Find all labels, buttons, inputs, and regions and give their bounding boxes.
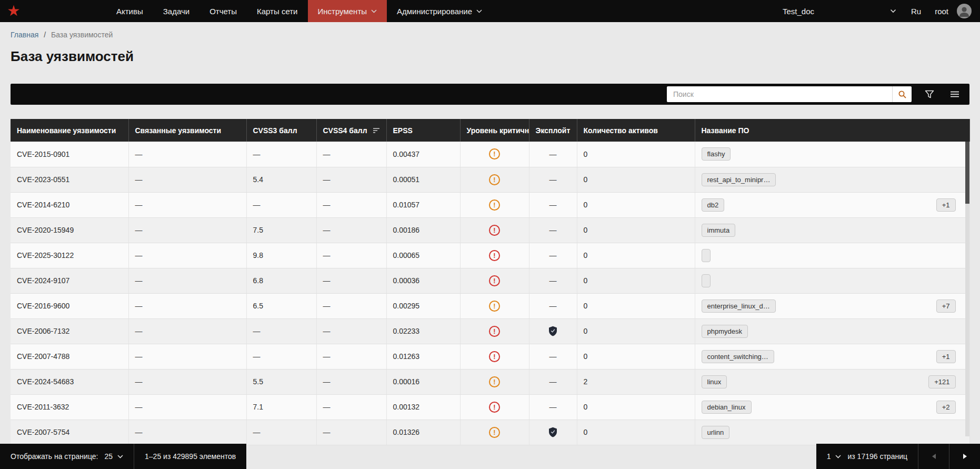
assets-count-cell: 0 [577,192,695,217]
assets-count-cell: 0 [577,394,695,420]
related-vulnerabilities-cell-value: — [135,428,143,436]
nav-item-label: Активы [116,7,143,16]
cvss3-cell: 7.1 [246,394,316,420]
software-cell: flashy [695,142,969,167]
search-icon [898,90,907,99]
vulnerability-name-cell: CVE-2020-15949 [11,217,128,243]
assets-count-cell: 0 [577,243,695,268]
search-button[interactable] [892,86,912,102]
table-row[interactable]: CVE-2016-9600—6.5—0.00295!—0enterprise_l… [11,293,969,318]
epss-cell: 0.00036 [386,268,460,293]
table-row[interactable]: CVE-2006-7132———0.02233!0phpmydesk [11,318,969,344]
epss-cell: 0.00295 [386,293,460,318]
more-software-chip[interactable]: +7 [936,300,956,313]
next-page-button[interactable] [949,444,980,469]
vertical-scrollbar[interactable] [965,142,969,436]
column-header[interactable]: Наименование уязвимости [11,119,128,142]
table-row[interactable]: CVE-2020-15949—7.5—0.00186!—0immuta [11,217,969,243]
related-vulnerabilities-cell-value: — [135,327,143,335]
exploit-empty: — [549,175,557,184]
column-header[interactable]: Эксплойт [529,119,577,142]
list-settings-button[interactable] [947,87,962,102]
software-chip-list: db2+1 [702,198,963,212]
breadcrumb-home-link[interactable]: Главная [11,31,38,39]
column-header[interactable]: CVSS3 балл [246,119,316,142]
table-row[interactable]: CVE-2011-3632—7.1—0.00132!—0debian_linux… [11,394,969,420]
user-avatar[interactable] [957,4,972,18]
cvss4-cell-value: — [323,175,331,184]
software-chip-list [702,249,963,262]
filter-button[interactable] [922,87,937,102]
nav-item-инструменты[interactable]: Инструменты [308,0,387,22]
criticality-cell: ! [460,192,529,217]
column-header-label: Количество активов [584,126,658,135]
software-chip-list: phpmydesk [702,325,963,338]
software-chip [702,274,711,287]
column-header-inner: CVSS3 балл [253,126,310,135]
nav-item-задачи[interactable]: Задачи [153,0,199,22]
column-header[interactable]: Связанные уязвимости [128,119,246,142]
column-header[interactable]: EPSS [386,119,460,142]
vulnerability-name-cell: CVE-2025-30122 [11,243,128,268]
table-row[interactable]: CVE-2025-30122—9.8—0.00065!—0 [11,243,969,268]
related-vulnerabilities-cell-value: — [135,352,143,361]
column-header[interactable]: Количество активов [577,119,695,142]
criticality-icon: ! [489,402,500,413]
more-software-chip[interactable]: +1 [936,350,956,363]
table-row[interactable]: CVE-2023-0551—5.4—0.00051!—0rest_api_to_… [11,167,969,192]
person-icon [957,4,972,18]
search-box [667,86,912,102]
assets-count-cell-value: 0 [584,276,588,285]
software-cell: content_switching…+1 [695,344,969,369]
epss-cell: 0.00065 [386,243,460,268]
assets-count-cell: 0 [577,167,695,192]
software-cell: immuta [695,217,969,243]
nav-item-администрирование[interactable]: Администрирование [387,0,492,22]
exploit-cell: — [529,142,577,167]
cvss3-cell-value: — [253,428,261,436]
table-row[interactable]: CVE-2024-9107—6.8—0.00036!—0 [11,268,969,293]
table-row[interactable]: CVE-2015-0901———0.00437!—0flashy [11,142,969,167]
exploit-cell: — [529,268,577,293]
table-row[interactable]: CVE-2007-4788———0.01263!—0content_switch… [11,344,969,369]
cvss4-cell: — [316,142,386,167]
more-software-chip[interactable]: +121 [928,375,955,388]
username[interactable]: root [935,7,948,16]
related-vulnerabilities-cell-value: — [135,226,143,234]
table-row[interactable]: CVE-2014-6210———0.01057!—0db2+1 [11,192,969,217]
app-logo[interactable] [0,0,27,22]
more-software-chip[interactable]: +1 [936,198,956,212]
epss-cell-value: 0.02233 [393,327,420,335]
pages-total-text: из 17196 страниц [847,452,907,461]
scrollbar-thumb[interactable] [965,142,969,204]
epss-cell: 0.01263 [386,344,460,369]
top-navigation-bar: АктивыЗадачиОтчетыКарты сетиИнструментыА… [0,0,980,22]
related-vulnerabilities-cell: — [128,318,246,344]
language-switch[interactable]: Ru [911,7,921,16]
project-selector[interactable]: Test_doc [783,7,896,16]
related-vulnerabilities-cell-value: — [135,175,143,184]
software-chip-list: enterprise_linux_d…+7 [702,300,963,313]
assets-count-cell: 0 [577,142,695,167]
more-software-chip[interactable]: +2 [936,401,956,414]
nav-item-отчеты[interactable]: Отчеты [199,0,247,22]
exploit-cell: — [529,394,577,420]
cvss3-cell: — [246,142,316,167]
software-chip [702,249,711,262]
per-page-select[interactable]: 25 [104,452,123,461]
column-header[interactable]: Уровень критичност [460,119,529,142]
nav-item-активы[interactable]: Активы [106,0,153,22]
related-vulnerabilities-cell: — [128,243,246,268]
page-select[interactable]: 1 [827,452,842,461]
search-input[interactable] [667,86,892,102]
assets-count-cell-value: 0 [584,150,588,158]
prev-page-button[interactable] [918,444,949,469]
table-row[interactable]: CVE-2024-54683—5.5—0.00016!—2linux+121 [11,369,969,394]
chevron-down-icon [835,455,841,458]
criticality-cell: ! [460,167,529,192]
column-header[interactable]: CVSS4 балл [316,119,386,142]
cvss4-cell-value: — [323,226,331,234]
table-row[interactable]: CVE-2007-5754———0.01326!0urlinn [11,420,969,445]
nav-item-карты сети[interactable]: Карты сети [247,0,308,22]
column-header[interactable]: Название ПО [695,119,969,142]
